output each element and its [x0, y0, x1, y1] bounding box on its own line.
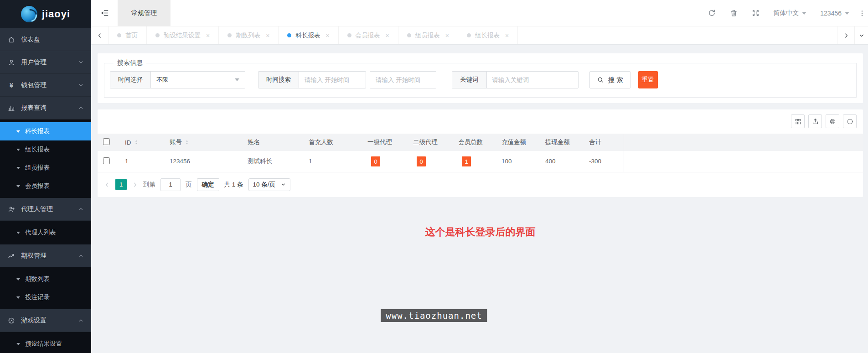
- tab-dot: [287, 33, 291, 37]
- cell-name: 测试科长: [242, 151, 303, 172]
- workspace-tab[interactable]: 常规管理: [118, 0, 170, 26]
- caret-down-icon: [16, 167, 20, 169]
- tab-preset-result-settings[interactable]: 预设结果设置 ×: [147, 26, 219, 44]
- sidebar-item-preset-result-settings[interactable]: 预设结果设置: [0, 335, 91, 353]
- sidebar-item-period-list[interactable]: 期数列表: [0, 270, 91, 288]
- time-select-dropdown[interactable]: 不限: [151, 72, 245, 88]
- tabs-scroll-left-icon[interactable]: [91, 26, 108, 44]
- tab-kezhang-report[interactable]: 科长报表 ×: [279, 26, 338, 44]
- line-chart-icon: [7, 252, 16, 260]
- report-table-panel: ID 账号 姓名 首充人数 一级代理 二级代理 会员总数 充值金额 提现金额 合…: [98, 109, 863, 197]
- sort-icon[interactable]: [134, 140, 139, 145]
- sidebar-subitem-label: 会员报表: [25, 182, 50, 190]
- sidebar-item-game-settings[interactable]: 游戏设置: [0, 309, 91, 332]
- sidebar-item-dashboard[interactable]: 仪表盘: [0, 28, 91, 51]
- sort-icon[interactable]: [184, 140, 190, 145]
- page-size-select[interactable]: 10 条/页: [248, 178, 291, 191]
- chevron-down-icon: [78, 82, 84, 88]
- tab-dot: [347, 33, 351, 37]
- page-number-input[interactable]: [160, 178, 181, 191]
- print-icon[interactable]: [826, 114, 839, 128]
- user-plus-icon: [7, 206, 16, 213]
- sidebar-item-kezhang-report[interactable]: 科长报表: [0, 122, 91, 140]
- export-icon[interactable]: [808, 114, 822, 128]
- close-icon[interactable]: ×: [505, 32, 509, 39]
- search-button[interactable]: 搜 索: [589, 71, 630, 88]
- sidebar-subitem-label: 组长报表: [25, 145, 50, 154]
- column-header: 会员总数: [453, 134, 496, 151]
- end-time-input[interactable]: [370, 72, 436, 88]
- close-icon[interactable]: ×: [206, 32, 210, 39]
- close-icon[interactable]: ×: [266, 32, 269, 39]
- member-total-badge[interactable]: 1: [462, 156, 471, 166]
- tab-zuyuan-report[interactable]: 组员报表 ×: [398, 26, 458, 44]
- end-time-group: [370, 71, 436, 88]
- sidebar-item-agent-list[interactable]: 代理人列表: [0, 223, 91, 242]
- confirm-page-button[interactable]: 确定: [197, 178, 219, 191]
- username-label: 123456: [820, 10, 842, 17]
- sidebar-item-zuzhang-report[interactable]: 组长报表: [0, 140, 91, 159]
- page-unit-label: 页: [186, 181, 192, 189]
- sidebar-item-label: 代理人管理: [21, 205, 72, 213]
- user-dropdown[interactable]: 123456: [813, 10, 856, 17]
- tab-member-report[interactable]: 会员报表 ×: [339, 26, 398, 44]
- caret-down-icon: [16, 343, 20, 345]
- prev-page-icon[interactable]: [104, 182, 110, 188]
- close-icon[interactable]: ×: [386, 32, 389, 39]
- sidebar-subitem-label: 科长报表: [25, 127, 50, 135]
- sidebar-item-zuyuan-report[interactable]: 组员报表: [0, 159, 91, 177]
- page-number-button[interactable]: 1: [115, 179, 127, 190]
- info-icon[interactable]: [843, 114, 857, 128]
- sidebar-item-agent-management[interactable]: 代理人管理: [0, 198, 91, 221]
- open-tabs-bar: 首页 预设结果设置 × 期数列表 × 科长报表 × 会员报表 × 组员报表 ×: [91, 26, 868, 45]
- close-icon[interactable]: ×: [445, 32, 449, 39]
- sidebar-subitem-label: 投注记录: [25, 293, 50, 301]
- row-checkbox[interactable]: [103, 157, 110, 164]
- brand-logo[interactable]: jiaoyi: [0, 0, 91, 28]
- sidebar-item-option-management[interactable]: 期权管理: [0, 244, 91, 267]
- caret-down-icon: [802, 12, 806, 15]
- topbar: 常规管理 简体中文 123456: [91, 0, 868, 26]
- sidebar-item-label: 钱包管理: [21, 81, 72, 89]
- caret-down-icon: [16, 296, 20, 299]
- refresh-icon[interactable]: [701, 0, 723, 26]
- close-icon[interactable]: ×: [326, 32, 329, 39]
- column-header: ID: [125, 139, 131, 146]
- tab-period-list[interactable]: 期数列表 ×: [219, 26, 279, 44]
- table-toolbar: [98, 109, 863, 134]
- caret-down-icon: [16, 278, 20, 280]
- sidebar-collapse-icon[interactable]: [91, 0, 118, 26]
- sidebar-item-label: 游戏设置: [21, 317, 72, 325]
- topbar-right: 简体中文 123456: [701, 0, 868, 26]
- columns-icon[interactable]: [791, 114, 805, 128]
- sidebar-item-user-management[interactable]: 用户管理: [0, 51, 91, 74]
- level1-agents-badge[interactable]: 0: [371, 156, 380, 166]
- watermark: www.tiaozhuan.net: [381, 309, 487, 322]
- more-options-icon[interactable]: [856, 0, 868, 26]
- cell-recharge-amount: 100: [496, 151, 540, 172]
- keyword-input[interactable]: [487, 72, 578, 88]
- language-dropdown[interactable]: 简体中文: [766, 9, 813, 17]
- tab-dot: [227, 33, 232, 37]
- sidebar-item-bet-records[interactable]: 投注记录: [0, 288, 91, 306]
- sidebar-item-label: 报表查询: [21, 104, 72, 112]
- trash-icon[interactable]: [723, 0, 744, 26]
- start-time-input[interactable]: [299, 72, 366, 88]
- select-all-checkbox[interactable]: [103, 138, 110, 145]
- next-page-icon[interactable]: [132, 182, 138, 188]
- sidebar-item-wallet-management[interactable]: ¥ 钱包管理: [0, 74, 91, 97]
- sidebar-item-label: 仪表盘: [21, 36, 84, 44]
- fullscreen-icon[interactable]: [744, 0, 766, 26]
- reset-button[interactable]: 重置: [638, 71, 658, 88]
- tabs-menu-icon[interactable]: [854, 26, 868, 44]
- tabs-scroll-right-icon[interactable]: [837, 26, 854, 44]
- search-panel: 搜索信息 时间选择 不限 时间搜索: [98, 53, 863, 103]
- tab-zuzhang-report[interactable]: 组长报表 ×: [458, 26, 518, 44]
- cell-withdraw-amount: 400: [540, 151, 584, 172]
- level2-agents-badge[interactable]: 0: [417, 156, 426, 166]
- search-button-label: 搜 索: [608, 76, 623, 84]
- sidebar-item-member-report[interactable]: 会员报表: [0, 177, 91, 195]
- tab-home[interactable]: 首页: [108, 26, 147, 44]
- column-header: 账号: [170, 138, 182, 146]
- sidebar-item-report-query[interactable]: 报表查询: [0, 97, 91, 119]
